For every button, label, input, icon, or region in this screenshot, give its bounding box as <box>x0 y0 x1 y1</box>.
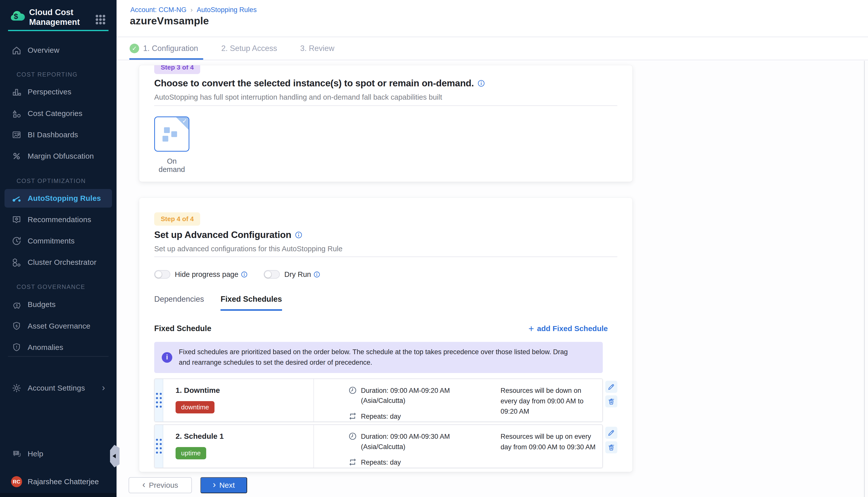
svg-text:$: $ <box>14 12 18 20</box>
advanced-configuration-card: Step 4 of 4 Set up Advanced Configuratio… <box>139 198 632 472</box>
plus-icon: + <box>529 324 534 333</box>
sidebar-item-overview[interactable]: Overview <box>0 42 116 58</box>
advanced-card-subtitle: Set up advanced configurations for this … <box>154 245 617 253</box>
tab-dependencies[interactable]: Dependencies <box>154 295 204 311</box>
sidebar-item-help[interactable]: ? Help <box>0 446 116 462</box>
schedule-name: 2. Schedule 1 <box>176 432 313 441</box>
wizard-footer: ‹ Previous › Next <box>129 477 247 493</box>
spot-card-subtitle: AutoStopping has full spot interruption … <box>154 93 617 101</box>
active-step-underline <box>129 58 203 60</box>
delete-schedule-button[interactable] <box>605 395 617 407</box>
info-icon: i <box>162 352 172 363</box>
on-demand-option-tile[interactable]: ✓ <box>154 116 190 152</box>
shapes-icon <box>11 108 22 119</box>
advanced-toggles: Hide progress page Dry Run <box>154 270 617 279</box>
section-cost-optimization: COST OPTIMIZATION <box>17 178 86 184</box>
drag-handle[interactable] <box>155 379 163 422</box>
recommendation-icon <box>11 214 22 225</box>
spot-card-title: Choose to convert the selected instance(… <box>154 78 617 89</box>
add-fixed-schedule-button[interactable]: + add Fixed Schedule <box>529 324 608 333</box>
user-name: Rajarshee Chatterjee <box>28 478 99 486</box>
drag-dots-icon <box>156 439 162 454</box>
dashboard-icon <box>11 129 22 140</box>
scrollbar-track[interactable] <box>864 61 865 497</box>
hide-progress-toggle[interactable] <box>154 270 170 279</box>
check-circle-icon: ✓ <box>130 44 139 53</box>
trash-icon <box>607 398 615 405</box>
sidebar-item-budgets[interactable]: $ Budgets <box>0 296 116 313</box>
drag-handle[interactable] <box>155 425 163 468</box>
sidebar-divider <box>8 356 109 357</box>
breadcrumb-autostopping-rules[interactable]: AutoStopping Rules <box>197 6 257 14</box>
collapse-arrow-icon <box>113 454 116 458</box>
wizard-step-configuration[interactable]: ✓ 1. Configuration <box>130 44 198 53</box>
cloud-cost-logo-icon: $ <box>9 9 26 23</box>
percent-icon <box>11 151 22 162</box>
repeat-icon <box>348 412 357 421</box>
sidebar-item-perspectives[interactable]: Perspectives <box>0 84 116 100</box>
wizard-step-setup-access[interactable]: 2. Setup Access <box>221 44 277 53</box>
module-grid-icon[interactable] <box>93 12 109 28</box>
svg-text:$: $ <box>16 324 18 328</box>
chevron-left-icon: ‹ <box>142 480 145 489</box>
fixed-schedule-header-row: Fixed Schedule + add Fixed Schedule <box>154 324 608 333</box>
on-demand-label: On demand <box>154 157 190 174</box>
sidebar-bottom-strip <box>0 493 116 497</box>
sidebar-item-cluster-orchestrator[interactable]: Cluster Orchestrator <box>0 254 116 270</box>
sidebar-item-account-settings[interactable]: Account Settings › <box>0 380 116 396</box>
chevron-right-icon: › <box>213 480 216 489</box>
previous-button[interactable]: ‹ Previous <box>129 477 192 493</box>
info-icon[interactable] <box>477 80 485 87</box>
wizard-step-review[interactable]: 3. Review <box>300 44 334 53</box>
sidebar-item-autostopping-rules[interactable]: AutoStopping Rules <box>4 189 112 208</box>
breadcrumb: Account: CCM-NG › AutoStopping Rules <box>130 6 257 14</box>
on-demand-icon <box>164 127 170 133</box>
info-icon[interactable] <box>241 271 248 278</box>
info-icon[interactable] <box>295 231 303 239</box>
app-logo-row: $ Cloud Cost Management <box>9 8 110 27</box>
delete-schedule-button[interactable] <box>605 441 617 453</box>
schedule-duration: Duration: 09:00 AM-09:20 AM (Asia/Calcut… <box>361 386 469 406</box>
info-icon[interactable] <box>313 271 320 278</box>
sidebar-item-bi-dashboards[interactable]: BI Dashboards <box>0 127 116 143</box>
sidebar: $ Cloud Cost Management Overview COST RE… <box>0 0 116 497</box>
breadcrumb-account[interactable]: Account: CCM-NG <box>130 6 187 14</box>
main-area: Account: CCM-NG › AutoStopping Rules azu… <box>116 0 868 497</box>
fixed-schedule-heading: Fixed Schedule <box>154 324 211 333</box>
sidebar-item-commitments[interactable]: Commitments <box>0 233 116 249</box>
scroll-content: Step 3 of 4 Choose to convert the select… <box>116 61 868 497</box>
user-menu[interactable]: RC Rajarshee Chatterjee <box>0 474 116 490</box>
sidebar-item-recommendations[interactable]: Recommendations <box>0 212 116 228</box>
svg-text:!: ! <box>16 345 17 350</box>
clock-icon <box>348 432 357 441</box>
schedule-type-badge: uptime <box>176 447 206 459</box>
step-badge: Step 4 of 4 <box>154 212 200 226</box>
gear-icon <box>11 383 22 394</box>
page-title: azureVmsample <box>130 15 209 27</box>
dry-run-toggle[interactable] <box>264 270 280 279</box>
chevron-right-icon: › <box>191 6 193 14</box>
sidebar-item-cost-categories[interactable]: Cost Categories <box>0 105 116 122</box>
hide-progress-label: Hide progress page <box>175 270 238 279</box>
schedule-summary: Resources will be down on every day from… <box>501 386 596 417</box>
app-title: Cloud Cost Management <box>29 8 87 27</box>
next-button[interactable]: › Next <box>200 477 247 493</box>
home-icon <box>11 45 22 56</box>
shield-alert-icon: ! <box>11 342 22 353</box>
sidebar-item-anomalies[interactable]: ! Anomalies <box>0 339 116 355</box>
advanced-tabs: Dependencies Fixed Schedules <box>154 295 617 311</box>
sidebar-item-margin-obfuscation[interactable]: Margin Obfuscation <box>0 148 116 164</box>
tab-fixed-schedules[interactable]: Fixed Schedules <box>221 295 282 311</box>
step-badge: Step 3 of 4 <box>154 65 200 74</box>
section-cost-reporting: COST REPORTING <box>17 71 78 78</box>
sidebar-item-asset-governance[interactable]: $ Asset Governance <box>0 318 116 334</box>
edit-schedule-button[interactable] <box>605 427 617 439</box>
drag-dots-icon <box>156 393 162 408</box>
check-icon: ✓ <box>182 117 187 125</box>
schedule-row: 1. Downtime downtime Duration: 09:00 AM-… <box>154 379 617 422</box>
schedule-card-uptime: 2. Schedule 1 uptime Duration: 09:00 AM-… <box>154 424 603 468</box>
edit-schedule-button[interactable] <box>605 381 617 393</box>
schedule-summary: Resources will be up on every day from 0… <box>501 431 596 453</box>
pencil-icon <box>607 383 615 390</box>
commitments-icon <box>11 236 22 246</box>
